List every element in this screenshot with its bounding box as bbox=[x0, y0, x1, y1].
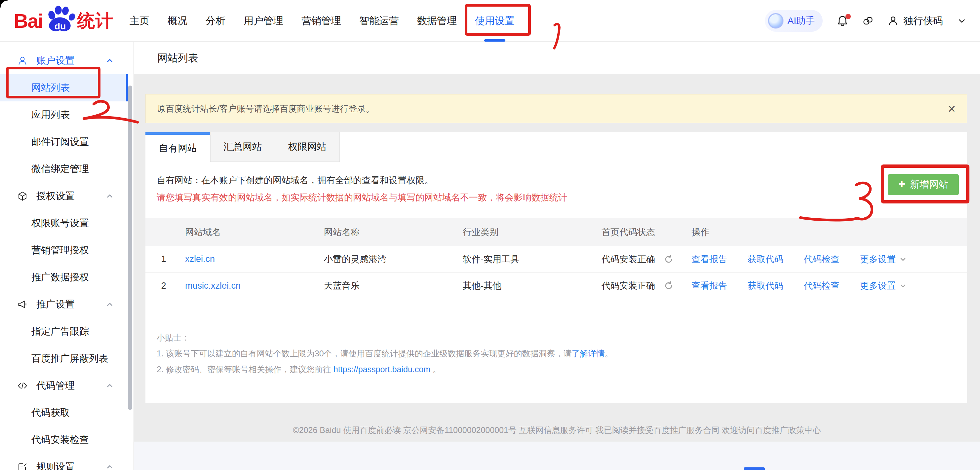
more-settings-dropdown[interactable]: 更多设置 bbox=[860, 280, 907, 292]
megaphone-icon bbox=[17, 299, 28, 310]
sidebar-group-label: 代码管理 bbox=[37, 379, 75, 392]
notification-badge bbox=[845, 14, 851, 19]
get-code-link[interactable]: 获取代码 bbox=[748, 280, 783, 292]
add-website-label: 新增网站 bbox=[910, 178, 948, 191]
switch-account-button[interactable] bbox=[862, 15, 873, 26]
sidebar-group-code-management[interactable]: 代码管理 bbox=[0, 372, 133, 399]
ai-orb-icon bbox=[768, 13, 783, 29]
sidebar-item-baidu-promotion-blocklist[interactable]: 百度推广屏蔽列表 bbox=[0, 345, 133, 372]
sidebar-item-code-install-check[interactable]: 代码安装检查 bbox=[0, 426, 133, 454]
bottom-strip bbox=[134, 441, 980, 470]
close-icon[interactable]: × bbox=[948, 102, 956, 115]
logo-text-du: du bbox=[54, 21, 66, 32]
code-check-link[interactable]: 代码检查 bbox=[804, 280, 840, 292]
site-domain-link[interactable]: xzlei.cn bbox=[185, 254, 215, 264]
row-actions: 查看报告 获取代码 代码检查 更多设置 bbox=[692, 253, 967, 265]
bind-account-icon bbox=[862, 15, 873, 26]
passport-link[interactable]: https://passport.baidu.com bbox=[334, 365, 430, 374]
sidebar-item-wechat-binding[interactable]: 微信绑定管理 bbox=[0, 156, 133, 183]
col-actions: 操作 bbox=[688, 218, 967, 246]
sidebar-group-rule-settings[interactable]: 规则设置 bbox=[0, 454, 133, 470]
plus-icon: + bbox=[898, 178, 905, 190]
learn-more-link[interactable]: 了解详情 bbox=[572, 349, 605, 358]
sidebar-group-account-settings[interactable]: 账户设置 bbox=[0, 47, 133, 74]
baidu-tongji-logo[interactable]: Bai du 统计 bbox=[14, 0, 113, 41]
sidebar-scrollbar[interactable] bbox=[128, 86, 132, 410]
row-index: 2 bbox=[145, 273, 182, 299]
tips-title: 小贴士： bbox=[157, 330, 967, 346]
site-type-tabs: 自有网站 汇总网站 权限网站 bbox=[145, 132, 967, 162]
settings-sidebar: 账户设置 网站列表 应用列表 邮件订阅设置 微信绑定管理 授权设置 权限账号设置… bbox=[0, 42, 134, 470]
sidebar-group-label: 推广设置 bbox=[37, 298, 75, 311]
row-index: 1 bbox=[145, 246, 182, 273]
get-code-link[interactable]: 获取代码 bbox=[748, 253, 783, 265]
login-notice-banner: 原百度统计站长/客户账号请选择百度商业账号进行登录。 × bbox=[145, 94, 967, 123]
baidu-paw-icon: du bbox=[44, 5, 76, 35]
sidebar-group-label: 授权设置 bbox=[37, 190, 75, 203]
notifications-button[interactable] bbox=[837, 15, 848, 27]
view-report-link[interactable]: 查看报告 bbox=[692, 253, 727, 265]
nav-item-data-management[interactable]: 数据管理 bbox=[417, 0, 457, 41]
clipboard-icon bbox=[17, 462, 28, 470]
ai-assistant-button[interactable]: AI助手 bbox=[765, 10, 822, 32]
col-index bbox=[145, 218, 182, 246]
site-name: 小雷的灵感港湾 bbox=[321, 246, 460, 273]
code-check-link[interactable]: 代码检查 bbox=[804, 253, 840, 265]
active-tab-underline bbox=[484, 39, 505, 41]
page-title: 网站列表 bbox=[134, 42, 980, 74]
sidebar-group-label: 规则设置 bbox=[37, 460, 75, 470]
nav-item-marketing[interactable]: 营销管理 bbox=[301, 0, 341, 41]
user-icon bbox=[888, 15, 899, 26]
tips-line-1: 1. 该账号下可以建立的自有网站个数上限为30个，请使用百度统计提供的企业级数据… bbox=[157, 346, 967, 361]
code-status: 代码安装正确 bbox=[601, 281, 655, 291]
cube-icon bbox=[17, 191, 28, 202]
tips-section: 小贴士： 1. 该账号下可以建立的自有网站个数上限为30个，请使用百度统计提供的… bbox=[157, 330, 967, 403]
tab-aggregate-websites[interactable]: 汇总网站 bbox=[210, 132, 275, 162]
account-dropdown-toggle[interactable] bbox=[957, 16, 967, 26]
notice-text: 原百度统计站长/客户账号请选择百度商业账号进行登录。 bbox=[157, 103, 374, 114]
refresh-status-icon[interactable] bbox=[664, 254, 674, 264]
page-footer: ©2026 Baidu 使用百度前必读 京公网安备11000002000001号… bbox=[134, 425, 980, 436]
tab-own-websites[interactable]: 自有网站 bbox=[145, 132, 210, 162]
own-website-description: 自有网站：在本账户下创建的网站域名，拥有全部的查看和设置权限。 bbox=[157, 175, 967, 186]
col-domain: 网站域名 bbox=[182, 218, 321, 246]
nav-item-usage-settings[interactable]: 使用设置 bbox=[475, 0, 515, 41]
more-settings-dropdown[interactable]: 更多设置 bbox=[860, 253, 907, 265]
col-code-status: 首页代码状态 bbox=[598, 218, 688, 246]
tab-permission-websites[interactable]: 权限网站 bbox=[275, 132, 340, 162]
nav-item-user-management[interactable]: 用户管理 bbox=[243, 0, 283, 41]
nav-item-smart-ops[interactable]: 智能运营 bbox=[359, 0, 399, 41]
sidebar-item-ad-tracking[interactable]: 指定广告跟踪 bbox=[0, 318, 133, 345]
ai-assistant-label: AI助手 bbox=[788, 14, 815, 27]
view-report-link[interactable]: 查看报告 bbox=[692, 280, 727, 292]
site-name: 天蓝音乐 bbox=[321, 273, 460, 299]
chevron-up-icon bbox=[105, 192, 114, 200]
add-website-button[interactable]: + 新增网站 bbox=[888, 174, 959, 195]
sidebar-group-promotion-settings[interactable]: 推广设置 bbox=[0, 291, 133, 318]
chevron-up-icon bbox=[105, 300, 114, 309]
table-row: 2 music.xzlei.cn 天蓝音乐 其他-其他 代码安装正确 查看报告 … bbox=[145, 273, 967, 299]
primary-nav: 主页 概况 分析 用户管理 营销管理 智能运营 数据管理 使用设置 bbox=[130, 0, 515, 41]
sidebar-item-marketing-authorization[interactable]: 营销管理授权 bbox=[0, 237, 133, 264]
sidebar-group-authorization-settings[interactable]: 授权设置 bbox=[0, 183, 133, 210]
table-header-row: 网站域名 网站名称 行业类别 首页代码状态 操作 bbox=[145, 218, 967, 246]
logo-text-bai: Bai bbox=[14, 10, 43, 32]
sidebar-item-email-subscription[interactable]: 邮件订阅设置 bbox=[0, 129, 133, 156]
sidebar-item-promotion-data-authorization[interactable]: 推广数据授权 bbox=[0, 264, 133, 291]
site-domain-link[interactable]: music.xzlei.cn bbox=[185, 281, 240, 291]
chevron-up-icon bbox=[105, 381, 114, 390]
account-menu[interactable]: 独行侠码 bbox=[888, 14, 943, 28]
nav-item-analysis[interactable]: 分析 bbox=[205, 0, 226, 41]
site-category: 软件-实用工具 bbox=[460, 246, 598, 273]
refresh-status-icon[interactable] bbox=[664, 281, 674, 291]
sidebar-item-website-list[interactable]: 网站列表 bbox=[0, 74, 128, 102]
sidebar-item-get-code[interactable]: 代码获取 bbox=[0, 399, 133, 426]
sidebar-item-permission-accounts[interactable]: 权限账号设置 bbox=[0, 210, 133, 237]
nav-item-home[interactable]: 主页 bbox=[130, 0, 150, 41]
site-category: 其他-其他 bbox=[460, 273, 598, 299]
nav-item-overview[interactable]: 概况 bbox=[167, 0, 188, 41]
sidebar-item-app-list[interactable]: 应用列表 bbox=[0, 102, 133, 129]
baidu-tongji-app: Bai du 统计 主页 概况 分析 用户管理 营销管理 智能运营 数据管理 bbox=[0, 0, 980, 470]
tips-line-2-text: 2. 修改密码、密保等账号相关操作，建议您前往 bbox=[157, 365, 334, 374]
tips-line-1-text: 1. 该账号下可以建立的自有网站个数上限为30个，请使用百度统计提供的企业级数据… bbox=[157, 349, 572, 358]
